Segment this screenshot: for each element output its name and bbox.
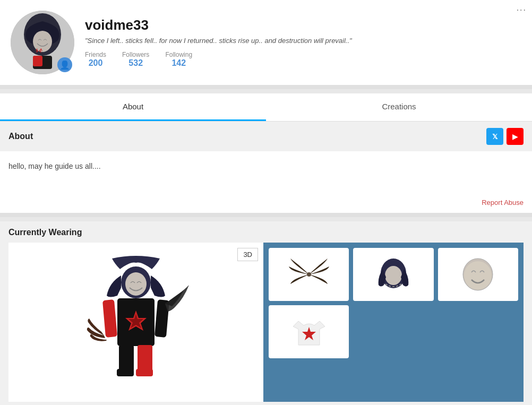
avatar-3d-preview: 3D xyxy=(8,243,263,402)
youtube-button[interactable]: ▶ xyxy=(507,128,524,145)
wearing-title: Currently Wearing xyxy=(8,228,524,237)
item-smile-mask xyxy=(457,253,499,296)
svg-rect-4 xyxy=(33,56,42,66)
svg-rect-15 xyxy=(136,369,153,376)
about-text: hello, may he guide us all.... xyxy=(8,162,524,170)
wearing-content: 3D xyxy=(8,243,524,402)
item-card-4[interactable] xyxy=(269,305,349,358)
tabs-container: About Creations xyxy=(0,93,532,122)
svg-point-2 xyxy=(33,31,52,52)
about-content: hello, may he guide us all.... xyxy=(0,151,532,194)
profile-bio: "Since I left.. sticks fell.. for now I … xyxy=(85,37,521,45)
tab-about[interactable]: About xyxy=(0,93,266,121)
item-dark-wings xyxy=(288,253,330,296)
stat-following: Following 142 xyxy=(165,51,192,68)
svg-point-20 xyxy=(464,261,492,290)
stat-followers: Followers 532 xyxy=(122,51,149,68)
svg-point-16 xyxy=(307,272,311,277)
youtube-icon: ▶ xyxy=(512,133,518,141)
tab-creations[interactable]: Creations xyxy=(266,93,532,121)
social-icons: 𝕏 ▶ xyxy=(486,128,524,145)
report-area: Report Abuse xyxy=(0,194,532,213)
svg-point-18 xyxy=(385,266,402,285)
svg-point-6 xyxy=(125,272,147,296)
item-dark-hood xyxy=(372,253,415,296)
svg-rect-14 xyxy=(117,369,134,376)
item-card-1[interactable] xyxy=(269,248,349,301)
friends-label: Friends xyxy=(85,51,106,58)
profile-section: 👤 voidme33 "Since I left.. sticks fell..… xyxy=(0,0,532,85)
svg-rect-13 xyxy=(138,345,152,372)
about-title: About xyxy=(8,132,33,141)
profile-stats: Friends 200 Followers 532 Following 142 xyxy=(85,51,521,68)
twitter-button[interactable]: 𝕏 xyxy=(486,128,503,145)
person-icon: 👤 xyxy=(59,60,70,70)
3d-button[interactable]: 3D xyxy=(237,248,258,261)
avatar-badge: 👤 xyxy=(57,57,72,72)
character-model xyxy=(83,253,189,391)
divider-2 xyxy=(0,213,532,217)
avatar-container: 👤 xyxy=(11,11,74,74)
profile-username: voidme33 xyxy=(85,17,521,33)
report-abuse-link[interactable]: Report Abuse xyxy=(482,199,524,206)
following-label: Following xyxy=(165,51,192,58)
stat-friends: Friends 200 xyxy=(85,51,106,68)
item-star-shirt xyxy=(288,311,330,353)
following-value: 142 xyxy=(165,58,192,68)
items-grid xyxy=(263,243,524,402)
item-card-2[interactable] xyxy=(353,248,433,301)
character-svg xyxy=(83,253,189,391)
friends-value: 200 xyxy=(85,58,106,68)
more-options-button[interactable]: ··· xyxy=(517,5,527,15)
about-header: About 𝕏 ▶ xyxy=(0,122,532,151)
item-card-3[interactable] xyxy=(438,248,518,301)
profile-info: voidme33 "Since I left.. sticks fell.. f… xyxy=(85,17,521,68)
followers-label: Followers xyxy=(122,51,149,58)
currently-wearing-section: Currently Wearing 3D xyxy=(0,221,532,405)
followers-value: 532 xyxy=(122,58,149,68)
twitter-icon: 𝕏 xyxy=(492,133,497,141)
divider-1 xyxy=(0,85,532,89)
about-section: About 𝕏 ▶ hello, may he guide us all....… xyxy=(0,122,532,213)
svg-rect-12 xyxy=(119,345,134,372)
svg-rect-10 xyxy=(102,299,117,338)
